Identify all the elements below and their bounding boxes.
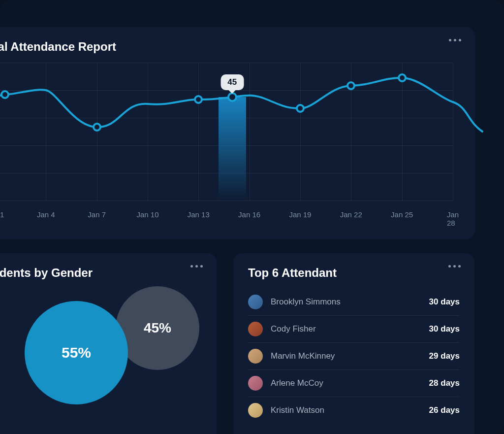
attendant-days: 30 days: [429, 324, 460, 334]
gender-card: Students by Gender 45% 55%: [0, 253, 217, 434]
attendant-name: Marvin McKinney: [271, 351, 429, 361]
x-tick: Jan 25: [391, 210, 413, 219]
attendant-name: Brooklyn Simmons: [271, 297, 429, 307]
svg-point-2: [195, 96, 202, 103]
list-item[interactable]: Arlene McCoy 28 days: [248, 370, 460, 397]
attendance-report-card: Total Attendance Report Jan 1 Jan 4 Jan …: [0, 27, 475, 239]
gender-secondary-value: 45%: [144, 320, 171, 336]
x-tick: Jan 4: [37, 210, 55, 219]
avatar: [248, 322, 263, 336]
list-item[interactable]: Kristin Watson 26 days: [248, 397, 460, 424]
x-tick: Jan 22: [340, 210, 362, 219]
gender-primary-bubble: 55%: [25, 301, 128, 404]
tooltip-value: 45: [227, 77, 237, 87]
svg-point-4: [297, 105, 304, 112]
attendant-days: 26 days: [429, 405, 460, 415]
chart-tooltip: 45: [220, 74, 244, 90]
attendant-title: Top 6 Attendant: [248, 266, 460, 280]
avatar: [248, 403, 263, 418]
x-tick: Jan 19: [289, 210, 311, 219]
attendant-name: Cody Fisher: [271, 324, 429, 334]
gender-title: Students by Gender: [0, 266, 202, 280]
list-item[interactable]: Cody Fisher 30 days: [248, 316, 460, 343]
attendant-list: Brooklyn Simmons 30 days Cody Fisher 30 …: [248, 289, 460, 424]
avatar: [248, 376, 263, 391]
more-menu-button[interactable]: [189, 263, 205, 269]
gender-primary-value: 55%: [62, 344, 91, 361]
x-tick: Jan 1: [0, 210, 4, 219]
svg-point-5: [347, 82, 354, 89]
more-menu-button[interactable]: [446, 263, 463, 269]
svg-point-3: [228, 93, 236, 101]
gender-bubble-chart: 45% 55%: [0, 289, 202, 422]
list-item[interactable]: Brooklyn Simmons 30 days: [248, 289, 460, 316]
x-tick: Jan 10: [136, 210, 158, 219]
more-menu-button[interactable]: [447, 37, 463, 43]
avatar: [248, 349, 263, 364]
svg-point-0: [1, 91, 8, 98]
attendant-name: Arlene McCoy: [271, 378, 429, 388]
attendant-name: Kristin Watson: [271, 405, 429, 415]
list-item[interactable]: Marvin McKinney 29 days: [248, 343, 460, 370]
svg-point-6: [399, 74, 406, 81]
svg-point-1: [94, 124, 100, 131]
attendance-chart[interactable]: Jan 1 Jan 4 Jan 7 Jan 10 Jan 13 Jan 16 J…: [0, 63, 453, 200]
attendant-days: 30 days: [429, 297, 460, 307]
attendance-title: Total Attendance Report: [0, 40, 460, 54]
x-tick: Jan 16: [238, 210, 260, 219]
attendant-days: 28 days: [429, 378, 460, 388]
attendant-days: 29 days: [429, 351, 460, 361]
attendant-card: Top 6 Attendant Brooklyn Simmons 30 days…: [233, 253, 474, 434]
gender-secondary-bubble: 45%: [116, 286, 199, 370]
x-tick: Jan 7: [88, 210, 106, 219]
x-tick: Jan 13: [188, 210, 210, 219]
x-tick: Jan 28: [447, 210, 459, 227]
avatar: [248, 295, 263, 309]
